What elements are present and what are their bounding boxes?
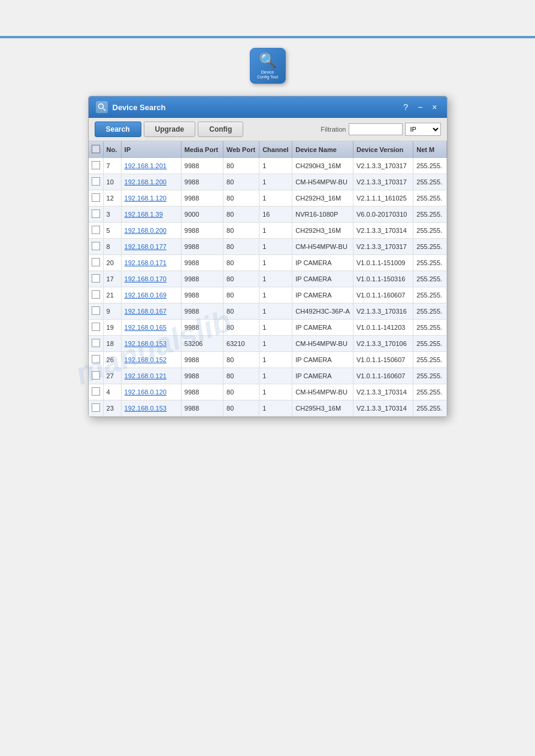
- row-checkbox[interactable]: [92, 193, 100, 202]
- row-device-name: CM-H54MPW-BU: [292, 336, 353, 352]
- row-media-port: 9988: [181, 400, 223, 417]
- search-button[interactable]: Search: [95, 122, 141, 137]
- row-checkbox[interactable]: [92, 226, 100, 234]
- row-checkbox[interactable]: [92, 339, 100, 347]
- row-checkbox[interactable]: [92, 161, 100, 169]
- row-checkbox-cell: [89, 158, 104, 174]
- table-row: 12 192.168.1.120 9988 80 1 CH292H3_16M V…: [89, 190, 447, 207]
- filtration-input[interactable]: [349, 123, 403, 135]
- ip-link[interactable]: 192.168.0.153: [125, 340, 167, 347]
- header-device-version: Device Version: [353, 141, 413, 158]
- row-media-port: 9988: [181, 239, 223, 255]
- row-net-mask: 255.255.: [413, 287, 446, 303]
- row-media-port: 53206: [181, 336, 223, 352]
- row-web-port: 80: [223, 368, 259, 384]
- row-web-port: 80: [223, 207, 259, 223]
- row-web-port: 80: [223, 400, 259, 417]
- row-ip: 192.168.0.200: [121, 223, 181, 239]
- row-channel: 1: [259, 336, 292, 352]
- title-bar: Device Search ? − ×: [89, 96, 447, 118]
- ip-link[interactable]: 192.168.0.177: [125, 243, 167, 250]
- row-checkbox[interactable]: [92, 403, 100, 412]
- row-channel: 1: [259, 400, 292, 417]
- row-ip: 192.168.0.153: [121, 400, 181, 417]
- row-checkbox[interactable]: [92, 258, 100, 266]
- row-net-mask: 255.255.: [413, 158, 446, 174]
- help-button[interactable]: ?: [401, 103, 410, 111]
- row-checkbox[interactable]: [92, 355, 100, 363]
- row-media-port: 9988: [181, 368, 223, 384]
- ip-link[interactable]: 192.168.0.171: [125, 259, 167, 266]
- ip-link[interactable]: 192.168.0.152: [125, 356, 167, 363]
- ip-link[interactable]: 192.168.1.201: [125, 162, 167, 169]
- close-button[interactable]: ×: [430, 103, 439, 111]
- row-no: 3: [103, 207, 121, 223]
- table-row: 27 192.168.0.121 9988 80 1 IP CAMERA V1.…: [89, 368, 447, 384]
- row-checkbox[interactable]: [92, 177, 100, 186]
- header-ip: IP: [121, 141, 181, 158]
- row-ip: 192.168.1.39: [121, 207, 181, 223]
- row-device-version: V1.0.1.1-151009: [353, 255, 413, 271]
- upgrade-button[interactable]: Upgrade: [144, 122, 196, 137]
- filtration-dropdown[interactable]: IP Name MAC: [405, 123, 441, 136]
- row-checkbox-cell: [89, 207, 104, 223]
- row-device-name: IP CAMERA: [292, 368, 353, 384]
- row-device-name: CH492H3C-36P-A: [292, 303, 353, 320]
- table-body: 7 192.168.1.201 9988 80 1 CH290H3_16M V2…: [89, 158, 447, 417]
- row-checkbox[interactable]: [92, 323, 100, 331]
- header-checkbox[interactable]: [92, 145, 100, 153]
- ip-link[interactable]: 192.168.0.121: [125, 372, 167, 379]
- row-web-port: 80: [223, 239, 259, 255]
- ip-link[interactable]: 192.168.0.170: [125, 275, 167, 283]
- row-checkbox[interactable]: [92, 306, 100, 315]
- ip-link[interactable]: 192.168.0.167: [125, 308, 167, 315]
- row-ip: 192.168.1.120: [121, 190, 181, 207]
- row-ip: 192.168.0.153: [121, 336, 181, 352]
- header-channel: Channel: [259, 141, 292, 158]
- row-media-port: 9988: [181, 384, 223, 400]
- config-button[interactable]: Config: [198, 122, 243, 137]
- row-ip: 192.168.0.165: [121, 320, 181, 336]
- row-checkbox-cell: [89, 368, 104, 384]
- row-checkbox-cell: [89, 303, 104, 320]
- row-media-port: 9988: [181, 303, 223, 320]
- row-checkbox-cell: [89, 352, 104, 368]
- app-icon[interactable]: 🔍 DeviceConfig Tool: [250, 48, 286, 84]
- table-row: 21 192.168.0.169 9988 80 1 IP CAMERA V1.…: [89, 287, 447, 303]
- row-web-port: 80: [223, 352, 259, 368]
- row-checkbox[interactable]: [92, 274, 100, 283]
- table-row: 8 192.168.0.177 9988 80 1 CM-H54MPW-BU V…: [89, 239, 447, 255]
- device-table-container: No. IP Media Port Web Port Channel Devic…: [89, 141, 447, 417]
- row-no: 18: [103, 336, 121, 352]
- row-no: 7: [103, 158, 121, 174]
- ip-link[interactable]: 192.168.0.200: [125, 227, 167, 234]
- ip-link[interactable]: 192.168.0.153: [125, 405, 167, 412]
- row-device-version: V2.1.3.3_170317: [353, 174, 413, 190]
- row-checkbox[interactable]: [92, 371, 100, 379]
- row-checkbox-cell: [89, 255, 104, 271]
- ip-link[interactable]: 192.168.1.200: [125, 178, 167, 186]
- row-no: 9: [103, 303, 121, 320]
- row-checkbox[interactable]: [92, 210, 100, 218]
- row-ip: 192.168.0.177: [121, 239, 181, 255]
- row-checkbox[interactable]: [92, 290, 100, 299]
- row-checkbox[interactable]: [92, 242, 100, 250]
- ip-link[interactable]: 192.168.0.169: [125, 292, 167, 299]
- ip-link[interactable]: 192.168.0.120: [125, 388, 167, 396]
- row-media-port: 9988: [181, 320, 223, 336]
- ip-link[interactable]: 192.168.1.120: [125, 195, 167, 202]
- row-checkbox[interactable]: [92, 387, 100, 396]
- row-channel: 1: [259, 239, 292, 255]
- row-media-port: 9988: [181, 158, 223, 174]
- row-web-port: 63210: [223, 336, 259, 352]
- svg-line-1: [103, 108, 105, 111]
- ip-link[interactable]: 192.168.1.39: [125, 211, 163, 218]
- row-net-mask: 255.255.: [413, 336, 446, 352]
- row-media-port: 9988: [181, 255, 223, 271]
- row-device-name: CH290H3_16M: [292, 158, 353, 174]
- minimize-button[interactable]: −: [415, 103, 425, 111]
- row-device-name: CM-H54MPW-BU: [292, 239, 353, 255]
- row-no: 17: [103, 271, 121, 287]
- ip-link[interactable]: 192.168.0.165: [125, 324, 167, 331]
- row-no: 23: [103, 400, 121, 417]
